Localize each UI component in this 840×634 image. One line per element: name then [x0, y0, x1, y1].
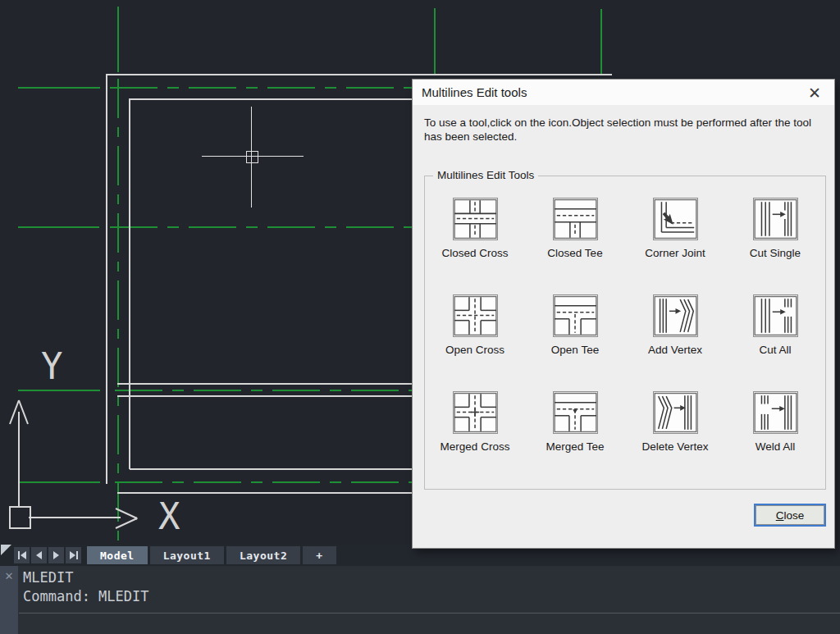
tool-weld-all[interactable]: Weld All — [725, 391, 825, 453]
tab-navigation — [14, 547, 81, 563]
tab-nav-next-button[interactable] — [48, 547, 64, 563]
wall-line-bottom-upper — [130, 468, 413, 470]
tab-layout1[interactable]: Layout1 — [150, 546, 224, 564]
application-window: Y X ModelLayout1Layout2+ ✕ MLEDITCommand… — [0, 0, 840, 634]
tool-label: Delete Vertex — [641, 440, 708, 453]
first-bar-icon — [18, 551, 20, 559]
command-close-icon[interactable]: ✕ — [0, 570, 18, 582]
merged-tee-icon[interactable] — [553, 391, 598, 434]
arrow-right-icon — [53, 551, 59, 559]
command-history-line: MLEDIT — [23, 568, 149, 587]
wall-line-middle-lower — [117, 395, 413, 397]
tool-label: Add Vertex — [648, 344, 702, 356]
dialog-titlebar[interactable]: Multilines Edit tools ✕ — [413, 80, 834, 105]
tab-nav-previous-button[interactable] — [31, 547, 47, 563]
tools-grid: Closed CrossClosed TeeCorner JointCut Si… — [425, 176, 825, 453]
tab-model[interactable]: Model — [87, 546, 148, 564]
tab-new-layout[interactable]: + — [303, 546, 336, 564]
tool-closed-tee[interactable]: Closed Tee — [525, 198, 625, 259]
x-axis-label: X — [158, 499, 180, 535]
command-window[interactable]: ✕ MLEDITCommand: MLEDIT — [0, 566, 840, 634]
dialog-instruction-text: To use a tool,click on the icon.Object s… — [424, 116, 828, 144]
tool-cut-all[interactable]: Cut All — [725, 294, 825, 356]
arrow-left-icon — [36, 551, 42, 559]
wall-line-top-inner — [130, 98, 413, 100]
wall-line-middle-upper — [117, 383, 413, 385]
construction-line-vertical — [434, 8, 436, 75]
delete-vertex-icon[interactable] — [653, 391, 698, 434]
ucs-x-arrowhead-icon — [112, 506, 140, 531]
arrow-right-icon — [70, 551, 75, 559]
tool-label: Closed Tee — [547, 247, 602, 259]
tool-label: Merged Tee — [546, 440, 604, 453]
centerline-horizontal-dashed — [110, 87, 412, 89]
centerline-horizontal-solid — [18, 390, 100, 391]
open-cross-icon[interactable] — [453, 294, 498, 337]
tool-label: Weld All — [756, 440, 796, 453]
sheet-tabs: ModelLayout1Layout2+ — [87, 546, 336, 564]
tool-closed-cross[interactable]: Closed Cross — [425, 198, 525, 259]
tool-label: Cut Single — [750, 247, 801, 259]
arrow-left-icon — [21, 551, 26, 559]
centerline-horizontal-dashed — [110, 226, 412, 228]
tool-merged-cross[interactable]: Merged Cross — [425, 391, 525, 453]
tool-label: Merged Cross — [441, 440, 510, 453]
dialog-title: Multilines Edit tools — [422, 85, 527, 99]
tab-layout2[interactable]: Layout2 — [226, 546, 300, 564]
tool-open-cross[interactable]: Open Cross — [425, 294, 525, 356]
wall-line-left-outer — [106, 74, 107, 484]
tool-merged-tee[interactable]: Merged Tee — [525, 391, 625, 453]
tool-corner-joint[interactable]: Corner Joint — [625, 198, 725, 259]
tab-nav-first-button[interactable] — [14, 547, 30, 563]
command-history-line: Command: MLEDIT — [23, 587, 149, 606]
closed-tee-icon[interactable] — [553, 198, 598, 240]
centerline-horizontal-solid — [18, 481, 100, 483]
command-history: MLEDITCommand: MLEDIT — [23, 568, 149, 606]
centerline-horizontal-solid — [18, 87, 100, 89]
weld-all-icon[interactable] — [753, 391, 798, 434]
add-vertex-icon[interactable] — [653, 294, 698, 337]
tool-label: Cut All — [759, 344, 791, 356]
tab-bar-corner-icon[interactable] — [1, 545, 11, 555]
closed-cross-icon[interactable] — [453, 198, 498, 240]
centerline-vertical-solid — [117, 7, 119, 72]
wall-line-bottom-lower — [117, 492, 413, 494]
multilines-edit-tools-dialog: Multilines Edit tools ✕ To use a tool,cl… — [413, 80, 834, 548]
tool-delete-vertex[interactable]: Delete Vertex — [625, 391, 725, 453]
tool-label: Open Tee — [551, 344, 599, 356]
command-gutter: ✕ — [0, 566, 18, 634]
crosshair-pickbox — [246, 151, 258, 163]
construction-line-vertical — [600, 9, 602, 75]
centerline-horizontal-dashed — [115, 481, 412, 483]
tool-open-tee[interactable]: Open Tee — [525, 294, 625, 356]
dialog-close-icon[interactable]: ✕ — [804, 82, 825, 103]
wall-line-left-inner — [129, 98, 130, 469]
tool-label: Closed Cross — [441, 247, 508, 259]
wall-line-top-outer — [107, 74, 612, 75]
last-bar-icon — [76, 551, 78, 559]
centerline-horizontal-dashed — [115, 390, 412, 391]
dialog-close-button[interactable]: Close — [754, 504, 826, 527]
tool-add-vertex[interactable]: Add Vertex — [625, 294, 725, 356]
cut-single-icon[interactable] — [753, 198, 798, 240]
cut-all-icon[interactable] — [753, 294, 798, 337]
centerline-vertical-dashed — [117, 79, 119, 543]
tab-nav-last-button[interactable] — [66, 547, 81, 563]
ucs-y-arrowhead-icon — [5, 398, 34, 427]
ucs-origin-square — [9, 506, 31, 529]
centerline-horizontal-solid — [18, 226, 99, 228]
merged-cross-icon[interactable] — [453, 391, 498, 434]
tools-groupbox: Multilines Edit Tools Closed CrossClosed… — [424, 176, 826, 490]
y-axis-label: Y — [41, 349, 63, 385]
tool-label: Open Cross — [445, 344, 504, 356]
tool-cut-single[interactable]: Cut Single — [725, 198, 825, 259]
corner-joint-icon[interactable] — [653, 198, 698, 240]
open-tee-icon[interactable] — [553, 294, 598, 337]
ucs-x-axis-shaft — [29, 517, 121, 518]
command-divider — [19, 613, 840, 613]
tool-label: Corner Joint — [645, 247, 705, 259]
